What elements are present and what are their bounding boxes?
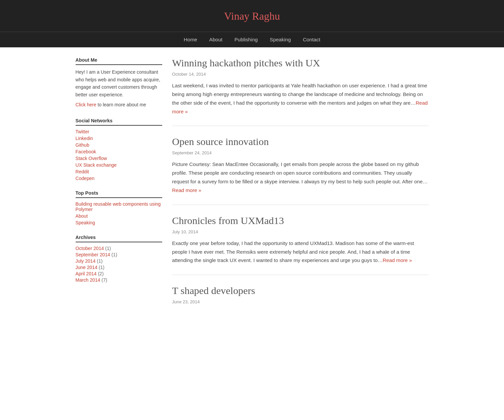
sidebar-about-section: About Me Hey! I am a User Experience con… [76, 57, 162, 109]
main-content: Winning hackathon pitches with UXOctober… [172, 57, 429, 329]
social-links-list: TwitterLinkedinGithubFacebookStack Overf… [76, 129, 162, 181]
nav-link-about[interactable]: About [209, 37, 223, 42]
sidebar-archives-section: Archives October 2014(1)September 2014(1… [76, 235, 162, 283]
post-title: Chronicles from UXMad13 [172, 215, 429, 227]
sidebar-social-section: Social Networks TwitterLinkedinGithubFac… [76, 118, 162, 181]
site-title[interactable]: Vinay Raghu [0, 10, 504, 22]
social-link-linkedin[interactable]: Linkedin [76, 136, 162, 141]
post-title: Open source innovation [172, 136, 429, 148]
main-nav: HomeAboutPublishingSpeakingContact [0, 32, 504, 47]
archive-item: June 2014(1) [76, 265, 162, 270]
archive-link[interactable]: April 2014 [76, 271, 97, 276]
page-wrapper: About Me Hey! I am a User Experience con… [69, 47, 435, 339]
archive-item: April 2014(2) [76, 271, 162, 276]
archive-link[interactable]: October 2014 [76, 246, 104, 251]
read-more-link[interactable]: Read more » [383, 257, 412, 263]
social-link-github[interactable]: Github [76, 142, 162, 148]
sidebar: About Me Hey! I am a User Experience con… [76, 57, 162, 329]
archive-item: October 2014(1) [76, 246, 162, 251]
post-date: October 14, 2014 [172, 72, 429, 77]
social-link-codepen[interactable]: Codepen [76, 176, 162, 181]
archive-link[interactable]: March 2014 [76, 277, 100, 283]
archive-count: (2) [98, 271, 104, 276]
post-date: September 24, 2014 [172, 150, 429, 155]
archives-heading: Archives [76, 235, 162, 242]
social-link-ux-stack-exchange[interactable]: UX Stack exchange [76, 162, 162, 168]
social-link-facebook[interactable]: Facebook [76, 149, 162, 154]
post-excerpt: Last weekend, I was invited to mentor pa… [172, 81, 429, 116]
about-me-link-line: Click here to learn more about me [76, 101, 162, 109]
read-more-link[interactable]: Read more » [172, 187, 202, 193]
site-title-link[interactable]: Vinay Raghu [224, 10, 280, 22]
post-date: June 23, 2014 [172, 299, 429, 304]
post-title: Winning hackathon pitches with UX [172, 57, 429, 69]
sidebar-top-posts-section: Top Posts Building reusable web componen… [76, 190, 162, 225]
nav-link-contact[interactable]: Contact [303, 37, 320, 42]
post-title: T shaped developers [172, 285, 429, 297]
posts-list: Winning hackathon pitches with UXOctober… [172, 57, 429, 319]
about-me-heading: About Me [76, 57, 162, 65]
archive-item: March 2014(7) [76, 277, 162, 283]
post-excerpt: Picture Courtesy: Sean MacEntee Occasion… [172, 160, 429, 194]
post-article: Chronicles from UXMad13July 10, 2014Exac… [172, 215, 429, 275]
social-link-reddit[interactable]: Reddit [76, 169, 162, 174]
nav-link-speaking[interactable]: Speaking [270, 37, 291, 42]
top-posts-list: Building reusable web components using P… [76, 201, 162, 225]
top-post-link[interactable]: Speaking [76, 220, 162, 225]
nav-link-publishing[interactable]: Publishing [235, 37, 258, 42]
archive-count: (1) [97, 258, 103, 264]
archive-item: July 2014(1) [76, 258, 162, 264]
archives-list: October 2014(1)September 2014(1)July 201… [76, 246, 162, 283]
about-me-text: Hey! I am a User Experience consultant w… [76, 68, 162, 98]
post-article: Open source innovationSeptember 24, 2014… [172, 136, 429, 205]
nav-link-home[interactable]: Home [184, 37, 198, 42]
read-more-link[interactable]: Read more » [172, 100, 428, 114]
archive-link[interactable]: September 2014 [76, 252, 110, 257]
archive-count: (1) [105, 246, 111, 251]
top-post-link[interactable]: About [76, 213, 162, 219]
archive-link[interactable]: June 2014 [76, 265, 98, 270]
site-header: Vinay Raghu HomeAboutPublishingSpeakingC… [0, 0, 504, 47]
archive-link[interactable]: July 2014 [76, 258, 96, 264]
top-post-link[interactable]: Building reusable web components using P… [76, 201, 162, 212]
post-article: Winning hackathon pitches with UXOctober… [172, 57, 429, 126]
top-posts-heading: Top Posts [76, 190, 162, 198]
click-here-link[interactable]: Click here [76, 102, 97, 107]
archive-count: (1) [99, 265, 104, 270]
post-article: T shaped developersJune 23, 2014 [172, 285, 429, 319]
social-networks-heading: Social Networks [76, 118, 162, 126]
about-link-suffix: to learn more about me [96, 102, 146, 107]
post-excerpt: Exactly one year before today, I had the… [172, 239, 429, 265]
social-link-twitter[interactable]: Twitter [76, 129, 162, 134]
archive-count: (7) [102, 277, 107, 283]
post-date: July 10, 2014 [172, 229, 429, 234]
archive-count: (1) [112, 252, 117, 257]
archive-item: September 2014(1) [76, 252, 162, 257]
social-link-stack-overflow[interactable]: Stack Overflow [76, 156, 162, 161]
